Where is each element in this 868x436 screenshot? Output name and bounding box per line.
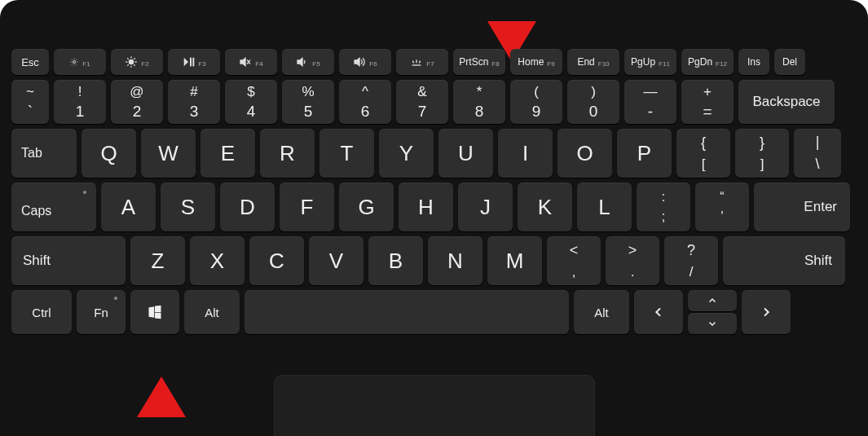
key-h[interactable]: H: [399, 183, 453, 231]
row-zxcv: Shift Z X C V B N M <, >. ?/ Shift: [11, 236, 857, 285]
key-l[interactable]: L: [577, 183, 632, 231]
key-quote[interactable]: “': [695, 183, 749, 231]
f3-sub: F3: [198, 60, 205, 68]
key-windows[interactable]: [130, 290, 179, 334]
fn-led-icon: [114, 297, 117, 300]
key-f11-pgup[interactable]: PgUp F11: [624, 49, 676, 75]
trackpad[interactable]: [274, 375, 595, 436]
keyboard: Esc F1 F2 F3 F4: [11, 49, 857, 339]
key-w[interactable]: W: [141, 129, 196, 178]
row-bottom: Ctrl Fn Alt Alt: [11, 290, 857, 334]
key-c[interactable]: C: [249, 236, 304, 285]
f12-sub: F12: [716, 60, 727, 68]
key-z[interactable]: Z: [130, 236, 185, 285]
key-semicolon[interactable]: :;: [637, 183, 690, 231]
key-ctrl[interactable]: Ctrl: [11, 290, 72, 334]
key-f9-home[interactable]: Home F9: [510, 49, 562, 75]
key-4[interactable]: $4: [225, 80, 277, 124]
key-2[interactable]: @2: [111, 80, 163, 124]
key-bracket-right[interactable]: }]: [735, 129, 789, 178]
key-o[interactable]: O: [557, 129, 612, 178]
key-j[interactable]: J: [458, 183, 513, 231]
key-backslash[interactable]: |\: [794, 129, 841, 178]
key-p[interactable]: P: [617, 129, 672, 178]
key-minus[interactable]: —-: [624, 80, 676, 124]
mute-icon: [239, 55, 252, 68]
key-f8-prtscn[interactable]: PrtScn F8: [453, 49, 505, 75]
key-arrow-left[interactable]: [634, 290, 683, 334]
key-f5-volume-down[interactable]: F5: [282, 49, 334, 75]
f10-sub: F10: [598, 60, 610, 68]
key-m[interactable]: M: [487, 236, 542, 285]
svg-rect-3: [193, 58, 195, 67]
key-enter[interactable]: Enter: [754, 183, 850, 231]
key-d[interactable]: D: [220, 183, 275, 231]
key-f2-brightness-up[interactable]: F2: [111, 49, 163, 75]
key-f10-end[interactable]: End F10: [567, 49, 619, 75]
key-x[interactable]: X: [190, 236, 245, 285]
key-k[interactable]: K: [518, 183, 572, 231]
key-slash[interactable]: ?/: [664, 236, 718, 285]
key-fn[interactable]: Fn: [77, 290, 126, 334]
caps-led-icon: [83, 191, 86, 194]
key-f7-kbd-brightness[interactable]: F7: [396, 49, 448, 75]
chevron-left-icon: [652, 306, 665, 319]
key-q[interactable]: Q: [82, 129, 136, 178]
key-equals[interactable]: +=: [681, 80, 734, 124]
key-f[interactable]: F: [280, 183, 334, 231]
key-r[interactable]: R: [260, 129, 315, 178]
chevron-up-icon: [707, 296, 718, 306]
f8-sub: F8: [491, 60, 499, 68]
key-a[interactable]: A: [101, 183, 156, 231]
key-b[interactable]: B: [368, 236, 423, 285]
key-y[interactable]: Y: [379, 129, 434, 178]
key-backspace[interactable]: Backspace: [738, 80, 835, 124]
key-period[interactable]: >.: [606, 236, 659, 285]
key-3[interactable]: #3: [168, 80, 220, 124]
f11-label: PgUp: [631, 56, 655, 68]
key-g[interactable]: G: [339, 183, 394, 231]
key-v[interactable]: V: [309, 236, 364, 285]
key-u[interactable]: U: [438, 129, 493, 178]
key-alt-left[interactable]: Alt: [184, 290, 240, 334]
row-numbers: ~` !1 @2 #3 $4 %5 ^6 &7 *8 (9 )0 —- += B…: [11, 80, 857, 124]
chevron-down-icon: [707, 319, 718, 328]
row-asdf: Caps A S D F G H J K L :; “' Enter: [11, 183, 857, 231]
key-8[interactable]: *8: [453, 80, 505, 124]
f6-sub: F6: [369, 60, 377, 68]
key-t[interactable]: T: [319, 129, 374, 178]
key-e[interactable]: E: [200, 129, 255, 178]
key-i[interactable]: I: [498, 129, 553, 178]
key-f3-play-pause[interactable]: F3: [168, 49, 220, 75]
key-bracket-left[interactable]: {[: [676, 129, 730, 178]
key-7[interactable]: &7: [396, 80, 448, 124]
key-grave[interactable]: ~`: [11, 80, 49, 124]
key-arrow-right[interactable]: [742, 290, 791, 334]
key-5[interactable]: %5: [282, 80, 334, 124]
key-f6-volume-up[interactable]: F6: [339, 49, 391, 75]
key-arrow-up[interactable]: [688, 290, 737, 311]
key-0[interactable]: )0: [567, 80, 619, 124]
key-caps[interactable]: Caps: [11, 183, 96, 231]
key-shift-right[interactable]: Shift: [723, 236, 845, 285]
key-esc[interactable]: Esc: [11, 49, 49, 75]
key-del[interactable]: Del: [774, 49, 805, 75]
f9-sub: F9: [547, 60, 554, 68]
key-6[interactable]: ^6: [339, 80, 391, 124]
key-comma[interactable]: <,: [547, 236, 601, 285]
key-alt-right[interactable]: Alt: [574, 290, 629, 334]
key-n[interactable]: N: [428, 236, 482, 285]
key-f4-mute[interactable]: F4: [225, 49, 277, 75]
key-9[interactable]: (9: [510, 80, 562, 124]
key-ins[interactable]: Ins: [738, 49, 769, 75]
key-arrow-down[interactable]: [688, 313, 737, 334]
key-shift-left[interactable]: Shift: [11, 236, 126, 285]
key-f12-pgdn[interactable]: PgDn F12: [681, 49, 734, 75]
f5-sub: F5: [312, 60, 319, 68]
key-s[interactable]: S: [161, 183, 215, 231]
key-f1-brightness-down[interactable]: F1: [54, 49, 106, 75]
key-tab[interactable]: Tab: [11, 129, 77, 178]
key-1[interactable]: !1: [54, 80, 106, 124]
key-space[interactable]: [245, 290, 569, 334]
f11-sub: F11: [659, 60, 670, 68]
